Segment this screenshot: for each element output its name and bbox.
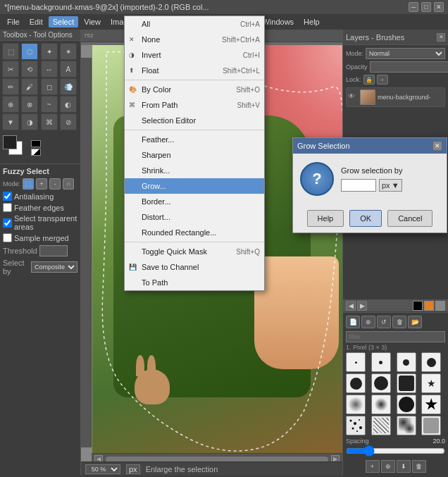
brush-item-pixel[interactable]: [346, 352, 366, 372]
brush-new-btn[interactable]: 📄: [346, 316, 360, 328]
tool-heal[interactable]: ⊗: [21, 96, 38, 113]
brush-item-10[interactable]: [371, 395, 391, 414]
tool-color-picker[interactable]: ⊘: [60, 113, 77, 130]
mode-replace[interactable]: ⬚: [23, 178, 34, 190]
tool-fuzzy-select[interactable]: ✶: [60, 43, 77, 60]
brush-item-14[interactable]: [371, 416, 391, 435]
tool-transform[interactable]: ⟲: [21, 61, 38, 78]
grow-unit-select[interactable]: px ▼: [379, 179, 402, 192]
menu-select-by-color[interactable]: 🎨 By Color Shift+O: [125, 82, 264, 97]
antialiasing-label[interactable]: Antialiasing: [3, 192, 77, 201]
tool-clone[interactable]: ⊕: [2, 96, 19, 113]
ok-button[interactable]: OK: [349, 210, 382, 227]
menu-select-none[interactable]: ✕ None Shift+Ctrl+A: [125, 32, 264, 47]
swap-colors-btn[interactable]: [31, 149, 41, 156]
threshold-input[interactable]: 15.0: [39, 245, 68, 256]
opacity-input[interactable]: 100.0: [370, 61, 448, 73]
close-btn[interactable]: ✕: [434, 2, 444, 12]
menu-to-path[interactable]: To Path: [125, 275, 264, 290]
layer-item[interactable]: 👁 menu-background-: [346, 87, 445, 107]
zoom-select[interactable]: 50 %: [85, 464, 120, 474]
transparent-checkbox[interactable]: [3, 218, 12, 228]
brush-refresh-btn[interactable]: ↺: [377, 316, 391, 328]
tool-bucket-fill[interactable]: ▼: [2, 113, 19, 130]
brush-item-5[interactable]: [346, 373, 366, 393]
merged-label[interactable]: Sample merged: [3, 233, 77, 242]
select-by-combo[interactable]: Composite: [31, 261, 77, 273]
feather-checkbox[interactable]: [3, 203, 12, 212]
brush-item-12[interactable]: [421, 395, 441, 414]
feather-label[interactable]: Feather edges: [3, 203, 77, 212]
tool-pencil[interactable]: ✏: [2, 78, 19, 95]
menu-file[interactable]: File: [3, 16, 24, 27]
nav-right-btn[interactable]: ▶: [357, 301, 367, 311]
tool-smudge[interactable]: ~: [41, 96, 58, 113]
tool-crop[interactable]: ✂: [2, 61, 19, 78]
tool-ellipse-select[interactable]: ⬡: [21, 43, 38, 60]
panel-close-btn[interactable]: ✕: [437, 33, 445, 42]
blending-mode-select[interactable]: Normal: [366, 48, 445, 59]
menu-sharpen[interactable]: Sharpen: [125, 147, 264, 163]
minimize-btn[interactable]: ─: [409, 2, 418, 12]
brush-item-9[interactable]: [346, 395, 366, 414]
menu-select-all[interactable]: All Ctrl+A: [125, 16, 264, 32]
dialog-close-btn[interactable]: ✕: [433, 141, 442, 151]
menu-help[interactable]: Help: [299, 16, 324, 27]
menu-edit[interactable]: Edit: [25, 16, 47, 27]
tool-airbrush[interactable]: 💨: [60, 78, 77, 95]
foreground-color-swatch[interactable]: [3, 135, 17, 149]
unit-select[interactable]: px: [126, 464, 140, 474]
tool-text[interactable]: A: [60, 61, 77, 78]
brush-open-btn[interactable]: 📂: [408, 316, 422, 328]
tool-free-select[interactable]: ✦: [41, 43, 58, 60]
lock-pixels-btn[interactable]: 🔒: [363, 75, 375, 85]
brush-black-swatch[interactable]: [413, 301, 423, 311]
menu-save-channel[interactable]: 💾 Save to Channel: [125, 259, 264, 275]
brush-filter-input[interactable]: [346, 331, 445, 342]
grow-selection-dialog[interactable]: Grow Selection ✕ ? Grow selection by 1 p…: [292, 137, 447, 233]
brush-gray-swatch[interactable]: [435, 301, 445, 311]
lock-position-btn[interactable]: +: [377, 75, 388, 85]
brush-item-15[interactable]: [397, 416, 416, 435]
brush-item-7[interactable]: [397, 373, 416, 393]
brush-item-13[interactable]: [346, 416, 366, 435]
merged-checkbox[interactable]: [3, 233, 12, 242]
menu-select-float[interactable]: ⬆ Float Shift+Ctrl+L: [125, 63, 264, 78]
layer-visibility-eye[interactable]: 👁: [348, 92, 358, 102]
grow-value-input[interactable]: 1: [341, 179, 376, 192]
antialiasing-checkbox[interactable]: [3, 192, 12, 201]
menu-select[interactable]: Select: [49, 16, 79, 27]
menu-grow[interactable]: Grow...: [125, 178, 264, 194]
menu-selection-editor[interactable]: Selection Editor: [125, 113, 264, 128]
menu-rounded-rect[interactable]: Rounded Rectangle...: [125, 225, 264, 240]
brush-item-16[interactable]: [421, 416, 441, 435]
layer-merge-btn[interactable]: ⬇: [397, 460, 411, 473]
tool-rect-select[interactable]: ⬚: [2, 43, 19, 60]
brush-item-star[interactable]: ★: [421, 373, 441, 393]
menu-border[interactable]: Border...: [125, 194, 264, 209]
help-button[interactable]: Help: [307, 210, 344, 227]
maximize-btn[interactable]: □: [421, 2, 431, 12]
menu-view[interactable]: View: [80, 16, 105, 27]
transparent-label[interactable]: Select transparent areas: [3, 214, 77, 231]
layer-delete-btn[interactable]: 🗑: [412, 460, 426, 473]
reset-colors-btn[interactable]: [31, 140, 41, 147]
mode-intersect[interactable]: ∩: [63, 178, 74, 190]
mode-subtract[interactable]: -: [49, 178, 61, 190]
layer-duplicate-btn[interactable]: ⊕: [381, 460, 395, 473]
brush-duplicate-btn[interactable]: ⊕: [361, 316, 375, 328]
brush-item-6[interactable]: [371, 373, 391, 393]
tool-brush[interactable]: 🖌: [21, 78, 38, 95]
mode-add[interactable]: +: [36, 178, 47, 190]
brush-item-2[interactable]: [371, 352, 391, 372]
tool-path[interactable]: ⌘: [41, 113, 58, 130]
tool-dodge[interactable]: ◐: [60, 96, 77, 113]
menu-feather[interactable]: Feather...: [125, 132, 264, 147]
menu-quick-mask[interactable]: Toggle Quick Mask Shift+Q: [125, 244, 264, 259]
menu-distort[interactable]: Distort...: [125, 209, 264, 225]
brush-orange-swatch[interactable]: [424, 301, 434, 311]
brush-item-11[interactable]: [397, 395, 416, 414]
brush-item-4[interactable]: [421, 352, 441, 372]
cancel-button[interactable]: Cancel: [387, 210, 433, 227]
spacing-slider[interactable]: [346, 446, 445, 456]
